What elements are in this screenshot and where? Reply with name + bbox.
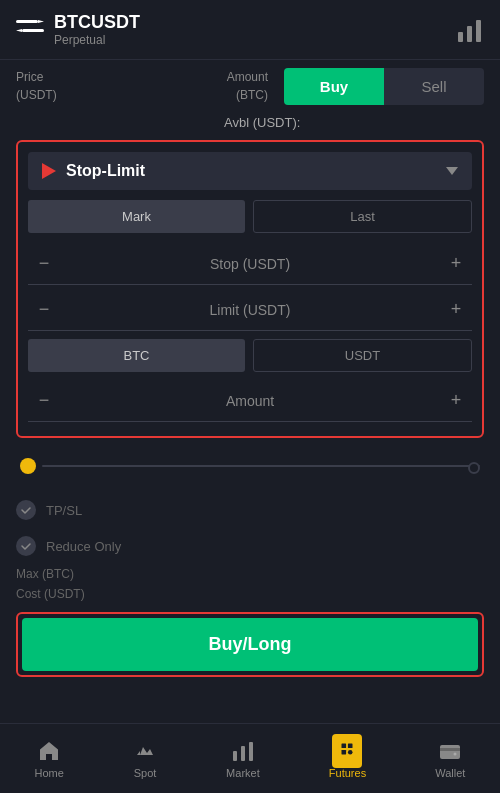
svg-rect-6	[476, 20, 481, 42]
bottom-nav: Home Spot Market	[0, 723, 500, 793]
btc-button[interactable]: BTC	[28, 339, 245, 372]
order-type-left: Stop-Limit	[42, 162, 145, 180]
wallet-nav-label: Wallet	[435, 767, 465, 779]
stop-input-row: − Stop (USDT) +	[28, 243, 472, 285]
svg-rect-15	[440, 745, 460, 759]
nav-home[interactable]: Home	[19, 731, 80, 787]
amount-input-row: − Amount +	[28, 380, 472, 422]
svg-rect-16	[440, 748, 460, 751]
max-row: Max (BTC)	[16, 564, 484, 584]
sell-tab[interactable]: Sell	[384, 68, 484, 105]
svg-rect-4	[458, 32, 463, 42]
reduce-only-check[interactable]	[16, 536, 36, 556]
price-col-header: Price (USDT)	[16, 68, 142, 104]
nav-futures[interactable]: Futures	[313, 731, 382, 787]
svg-rect-11	[342, 743, 347, 748]
arrows-icon	[16, 19, 44, 41]
main-content: Avbl (USDT): Stop-Limit Mark Last − Stop…	[0, 115, 500, 677]
btc-usdt-row: BTC USDT	[28, 339, 472, 372]
svg-rect-0	[16, 20, 38, 23]
header: BTCUSDT Perpetual	[0, 0, 500, 60]
buy-tab[interactable]: Buy	[284, 68, 384, 105]
mark-last-row: Mark Last	[28, 200, 472, 233]
stop-minus-btn[interactable]: −	[32, 253, 56, 274]
svg-rect-13	[342, 749, 347, 754]
nav-spot[interactable]: Spot	[117, 731, 173, 787]
cost-label: Cost (USDT)	[16, 587, 85, 601]
usdt-button[interactable]: USDT	[253, 339, 472, 372]
slider-track[interactable]	[42, 465, 480, 467]
home-nav-label: Home	[35, 767, 64, 779]
cost-row: Cost (USDT)	[16, 584, 484, 604]
col-headers-left: Price (USDT)	[16, 68, 142, 104]
amount-col-header: Amount (BTC)	[142, 68, 268, 104]
svg-rect-7	[233, 751, 237, 761]
amount-plus-btn[interactable]: +	[444, 390, 468, 411]
spot-icon	[133, 739, 157, 763]
limit-input-row: − Limit (USDT) +	[28, 289, 472, 331]
svg-marker-3	[16, 29, 22, 32]
nav-market[interactable]: Market	[210, 731, 276, 787]
mark-button[interactable]: Mark	[28, 200, 245, 233]
tpsl-label: TP/SL	[46, 503, 82, 518]
futures-nav-label: Futures	[329, 767, 366, 779]
buy-sell-tabs: Buy Sell	[284, 68, 484, 115]
amount-minus-btn[interactable]: −	[32, 390, 56, 411]
buy-long-button[interactable]: Buy/Long	[22, 618, 478, 671]
col-headers-right: Amount (BTC)	[142, 68, 284, 104]
amount-label: Amount	[56, 393, 444, 409]
svg-rect-9	[249, 742, 253, 761]
svg-rect-10	[339, 740, 356, 757]
limit-minus-btn[interactable]: −	[32, 299, 56, 320]
tpsl-row: TP/SL	[16, 492, 484, 528]
reduce-only-row: Reduce Only	[16, 528, 484, 564]
limit-label: Limit (USDT)	[56, 302, 444, 318]
header-left: BTCUSDT Perpetual	[16, 12, 140, 47]
svg-rect-2	[22, 29, 44, 32]
chart-icon[interactable]	[456, 16, 484, 44]
stop-label: Stop (USDT)	[56, 256, 444, 272]
futures-icon	[335, 739, 359, 763]
symbol-subtitle: Perpetual	[54, 33, 140, 47]
subheader-row: Price (USDT) Amount (BTC) Buy Sell	[0, 60, 500, 115]
red-arrow-icon	[42, 163, 56, 179]
slider-handle[interactable]	[20, 458, 36, 474]
svg-rect-8	[241, 746, 245, 761]
slider-row	[16, 448, 484, 484]
limit-plus-btn[interactable]: +	[444, 299, 468, 320]
order-form-box: Stop-Limit Mark Last − Stop (USDT) + − L…	[16, 140, 484, 438]
svg-marker-1	[38, 20, 44, 23]
market-icon	[231, 739, 255, 763]
title-block: BTCUSDT Perpetual	[54, 12, 140, 47]
chevron-down-icon	[446, 167, 458, 175]
symbol-title: BTCUSDT	[54, 12, 140, 33]
max-label: Max (BTC)	[16, 567, 74, 581]
home-icon	[37, 739, 61, 763]
svg-rect-5	[467, 26, 472, 42]
wallet-icon	[438, 739, 462, 763]
stop-plus-btn[interactable]: +	[444, 253, 468, 274]
svg-rect-12	[348, 743, 353, 748]
market-nav-label: Market	[226, 767, 260, 779]
spot-nav-label: Spot	[134, 767, 157, 779]
reduce-only-label: Reduce Only	[46, 539, 121, 554]
order-type-label: Stop-Limit	[66, 162, 145, 180]
svg-point-17	[454, 752, 457, 755]
nav-wallet[interactable]: Wallet	[419, 731, 481, 787]
avbl-balance: Avbl (USDT):	[224, 115, 484, 130]
buy-long-wrapper: Buy/Long	[16, 612, 484, 677]
tpsl-check[interactable]	[16, 500, 36, 520]
last-button[interactable]: Last	[253, 200, 472, 233]
svg-point-14	[348, 749, 353, 754]
order-type-dropdown[interactable]: Stop-Limit	[28, 152, 472, 190]
